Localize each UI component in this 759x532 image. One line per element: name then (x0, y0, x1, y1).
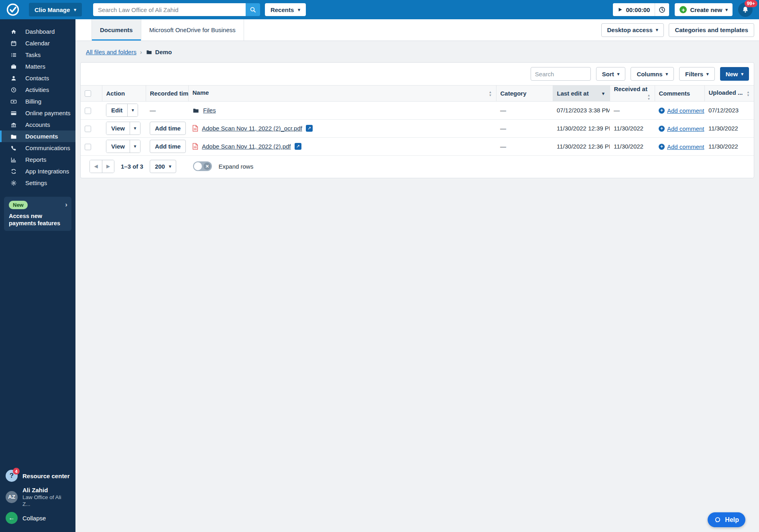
add-time-button[interactable]: Add time (150, 140, 186, 153)
col-header-last-edit-at[interactable]: Last edit at▼ (553, 86, 610, 102)
sidebar-item-matters[interactable]: Matters (0, 61, 75, 72)
uploaded-value: 11/30/2022 (708, 125, 738, 132)
sidebar-item-settings[interactable]: Settings (0, 177, 75, 189)
global-search-input[interactable] (93, 3, 246, 16)
chat-bubble-icon (714, 516, 721, 524)
row-checkbox[interactable] (85, 126, 91, 132)
sidebar-item-reports[interactable]: Reports (0, 154, 75, 165)
resource-center-button[interactable]: ? 4 Resource center (0, 467, 75, 484)
clio-manage-menu[interactable]: Clio Manage ▾ (29, 3, 82, 16)
recents-dropdown[interactable]: Recents ▾ (265, 3, 306, 16)
sidebar-item-label: Contacts (25, 75, 49, 82)
add-comment-link[interactable]: + Add comment (659, 125, 704, 132)
edit-button[interactable]: Edit (106, 104, 127, 116)
categories-templates-button[interactable]: Categories and templates (669, 23, 754, 37)
folder-link[interactable]: Files (203, 107, 216, 114)
breadcrumb-root-link[interactable]: All files and folders (86, 49, 136, 55)
page-size-select[interactable]: 200 ▾ (150, 160, 177, 173)
document-link[interactable]: Adobe Scan Nov 11, 2022 (2)_ocr.pdf (202, 125, 302, 132)
next-page-button[interactable]: ▶ (102, 160, 114, 173)
payments-promo-card[interactable]: New › Access new payments features (4, 197, 71, 231)
sidebar-item-activities[interactable]: Activities (0, 84, 75, 96)
documents-table: Action Recorded time Name▲▼ Category Las… (81, 85, 754, 156)
home-icon (10, 29, 17, 35)
play-icon (618, 7, 623, 12)
sidebar-item-communications[interactable]: Communications (0, 142, 75, 154)
user-profile-button[interactable]: AZ Ali Zahid Law Office of Ali Z... (0, 484, 75, 510)
sidebar-item-online-payments[interactable]: Online payments (0, 107, 75, 119)
promo-text: Access new payments features (9, 212, 67, 227)
sort-icon[interactable]: ▲▼ (747, 91, 750, 98)
previous-page-button[interactable]: ◀ (90, 160, 102, 173)
sidebar-item-label: Online payments (25, 110, 71, 116)
columns-dropdown[interactable]: Columns ▾ (631, 67, 674, 81)
search-button[interactable] (246, 3, 260, 16)
open-external-icon[interactable]: ↗ (306, 125, 313, 132)
sort-icon[interactable]: ▲▼ (489, 91, 492, 98)
category-value: — (500, 143, 506, 150)
columns-label: Columns (637, 71, 662, 77)
add-time-button[interactable]: Add time (150, 122, 186, 135)
timer-start-button[interactable]: 00:00:00 (613, 3, 655, 16)
help-label: Help (725, 516, 739, 524)
select-all-checkbox[interactable] (85, 90, 91, 97)
notifications-button[interactable]: 99+ (738, 2, 753, 17)
open-external-icon[interactable]: ↗ (295, 143, 301, 150)
document-link[interactable]: Adobe Scan Nov 11, 2022 (2).pdf (202, 143, 291, 150)
view-button[interactable]: View (106, 122, 130, 135)
col-header-action: Action (102, 86, 146, 102)
col-header-name[interactable]: Name▲▼ (188, 86, 496, 102)
help-button[interactable]: Help (708, 512, 745, 527)
action-caret-button[interactable]: ▼ (130, 122, 140, 135)
sort-icon[interactable]: ▲▼ (647, 94, 651, 101)
sidebar-item-label: Communications (25, 145, 70, 151)
table-row: Edit ▼ — Files — 07/12/2023 3:38 PM — (81, 101, 754, 119)
timer-clock-button[interactable] (655, 3, 669, 16)
sort-dropdown[interactable]: Sort ▾ (596, 67, 626, 81)
collapse-sidebar-button[interactable]: ← Collapse (0, 510, 75, 526)
table-row: View ▼ Add time Adobe Scan Nov 11 (81, 119, 754, 137)
expand-rows-toggle[interactable]: ✕ (193, 161, 212, 171)
user-name: Ali Zahid (22, 487, 70, 493)
pager: ◀ ▶ (90, 160, 114, 173)
clock-icon (659, 6, 665, 13)
col-header-received-at[interactable]: Received at▲▼ (610, 86, 655, 102)
view-button[interactable]: View (106, 140, 130, 153)
action-caret-button[interactable]: ▼ (127, 104, 138, 116)
tab-documents[interactable]: Documents (92, 19, 141, 41)
desktop-access-dropdown[interactable]: Desktop access ▾ (601, 23, 664, 37)
action-caret-button[interactable]: ▼ (130, 140, 140, 153)
sidebar-item-dashboard[interactable]: Dashboard (0, 26, 75, 37)
new-badge: New (9, 201, 28, 209)
table-search-input[interactable] (531, 67, 591, 81)
new-label: New (726, 71, 738, 77)
add-comment-link[interactable]: + Add comment (659, 107, 704, 114)
sidebar-item-billing[interactable]: Billing (0, 96, 75, 107)
bank-icon (10, 122, 17, 128)
filters-dropdown[interactable]: Filters ▾ (679, 67, 715, 81)
category-value: — (500, 125, 506, 132)
avatar: AZ (6, 491, 18, 503)
new-dropdown[interactable]: New ▾ (720, 67, 749, 81)
tab-onedrive[interactable]: Microsoft OneDrive for Business (141, 19, 244, 41)
sidebar-item-contacts[interactable]: Contacts (0, 72, 75, 84)
row-checkbox[interactable] (85, 108, 91, 114)
chevron-down-icon: ▾ (741, 72, 743, 76)
sidebar-item-label: Calendar (25, 40, 50, 47)
uploaded-value: 11/30/2022 (708, 143, 738, 150)
sidebar-item-tasks[interactable]: Tasks (0, 49, 75, 61)
clio-logo-icon[interactable] (6, 3, 19, 16)
create-new-button[interactable]: + Create new ▾ (675, 3, 733, 16)
pagination-range: 1–3 of 3 (121, 163, 143, 170)
add-comment-link[interactable]: + Add comment (659, 143, 704, 150)
sidebar-item-accounts[interactable]: Accounts (0, 119, 75, 130)
sidebar-item-calendar[interactable]: Calendar (0, 37, 75, 49)
sidebar-item-documents[interactable]: Documents (0, 130, 75, 142)
col-header-uploaded[interactable]: Uploaded ...▲▼ (704, 86, 754, 102)
sidebar: Dashboard Calendar Tasks Matters Contact… (0, 19, 75, 532)
plus-circle-icon: + (659, 144, 665, 150)
firm-name: Law Office of Ali Z... (22, 494, 61, 507)
list-icon (10, 52, 17, 58)
row-checkbox[interactable] (85, 144, 91, 150)
sidebar-item-app-integrations[interactable]: App Integrations (0, 165, 75, 177)
